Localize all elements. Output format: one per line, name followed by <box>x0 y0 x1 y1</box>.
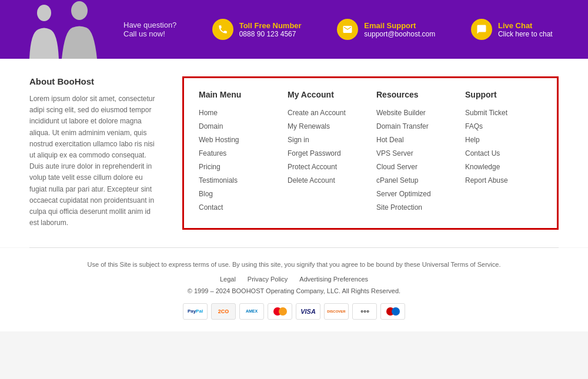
list-item[interactable]: Hot Deal <box>376 135 453 144</box>
list-item[interactable]: Help <box>465 135 542 144</box>
my-account-list: Create an Account My Renewals Sign in Fo… <box>288 108 365 185</box>
header-contacts: Toll Free Number 0888 90 123 4567 Email … <box>188 19 576 40</box>
menu-link[interactable]: Testimonials <box>199 176 238 185</box>
chat-icon <box>471 19 492 40</box>
menu-link[interactable]: Cloud Server <box>376 163 417 171</box>
support-title: Support <box>465 90 542 99</box>
menu-link[interactable]: Domain <box>199 122 223 130</box>
privacy-link[interactable]: Privacy Policy <box>248 276 288 283</box>
email-text: Email Support support@boohost.com <box>364 21 435 38</box>
main-menu-list: Home Domain Web Hosting Features Pricing… <box>199 108 276 212</box>
toll-free-text: Toll Free Number 0888 90 123 4567 <box>239 21 302 38</box>
list-item[interactable]: VPS Server <box>376 149 453 157</box>
list-item[interactable]: Contact <box>199 203 276 212</box>
svg-point-0 <box>37 5 51 21</box>
menu-link[interactable]: Help <box>465 136 480 144</box>
list-item[interactable]: Features <box>199 149 276 157</box>
menu-link[interactable]: Protect Account <box>288 163 337 171</box>
discover-icon: DISCOVER <box>324 303 349 320</box>
list-item[interactable]: Web Hosting <box>199 135 276 144</box>
menu-link[interactable]: FAQs <box>465 122 483 130</box>
email-contact: Email Support support@boohost.com <box>337 19 435 40</box>
my-account-column: My Account Create an Account My Renewals… <box>288 90 365 216</box>
list-item[interactable]: FAQs <box>465 122 542 130</box>
list-item[interactable]: Website Builder <box>376 108 453 117</box>
list-item[interactable]: Testimonials <box>199 176 276 185</box>
toll-free-number: 0888 90 123 4567 <box>239 30 302 38</box>
menu-link[interactable]: Forget Password <box>288 149 341 157</box>
list-item[interactable]: Sign in <box>288 135 365 144</box>
amex-icon: AMEX <box>239 303 264 320</box>
list-item[interactable]: Delete Account <box>288 176 365 185</box>
list-item[interactable]: Contact Us <box>465 149 542 157</box>
list-item[interactable]: Pricing <box>199 162 276 171</box>
maestro-icon <box>380 303 405 320</box>
menu-link[interactable]: Contact Us <box>465 149 500 157</box>
list-item[interactable]: Knowledge <box>465 162 542 171</box>
main-menu-column: Main Menu Home Domain Web Hosting Featur… <box>199 90 276 216</box>
advertising-link[interactable]: Advertising Preferences <box>299 276 368 283</box>
list-item[interactable]: Home <box>199 108 276 117</box>
footer: Use of this Site is subject to express t… <box>0 248 588 331</box>
menu-columns: Main Menu Home Domain Web Hosting Featur… <box>199 90 542 216</box>
phone-icon <box>212 19 233 40</box>
payment-icons: PayPal 2CO AMEX VISA DISCOVER ⊕⊕⊕ <box>29 303 559 320</box>
menu-link[interactable]: Submit Ticket <box>465 109 507 117</box>
menu-link[interactable]: Home <box>199 109 218 117</box>
about-section: About BooHost Lorem ipsum dolor sit amet… <box>29 76 159 230</box>
menu-link[interactable]: Hot Deal <box>376 136 404 144</box>
email-icon <box>337 19 358 40</box>
menu-link[interactable]: Website Builder <box>376 109 426 117</box>
have-question-text: Have question? <box>123 21 176 29</box>
menu-link[interactable]: Sign in <box>288 136 309 144</box>
menu-section: Main Menu Home Domain Web Hosting Featur… <box>182 76 559 230</box>
list-item[interactable]: Site Protection <box>376 203 453 212</box>
list-item[interactable]: Server Optimized <box>376 189 453 198</box>
interac-icon: ⊕⊕⊕ <box>352 303 377 320</box>
menu-link[interactable]: Server Optimized <box>376 190 431 198</box>
footer-terms: Use of this Site is subject to express t… <box>29 260 559 270</box>
list-item[interactable]: Blog <box>199 189 276 198</box>
live-chat-contact[interactable]: Live Chat Click here to chat <box>471 19 553 40</box>
list-item[interactable]: Cloud Server <box>376 162 453 171</box>
menu-link[interactable]: cPanel Setup <box>376 176 418 185</box>
live-chat-label: Live Chat <box>498 21 553 30</box>
list-item[interactable]: Submit Ticket <box>465 108 542 117</box>
menu-link[interactable]: Report Abuse <box>465 176 508 185</box>
menu-link[interactable]: Knowledge <box>465 163 500 171</box>
toll-free-contact: Toll Free Number 0888 90 123 4567 <box>212 19 302 40</box>
menu-link[interactable]: Domain Transfer <box>376 122 429 130</box>
support-list: Submit Ticket FAQs Help Contact Us Knowl… <box>465 108 542 185</box>
menu-link[interactable]: Features <box>199 149 226 157</box>
list-item[interactable]: Create an Account <box>288 108 365 117</box>
menu-link[interactable]: Delete Account <box>288 176 335 185</box>
menu-link[interactable]: Contact <box>199 203 223 212</box>
list-item[interactable]: cPanel Setup <box>376 176 453 185</box>
paypal-icon: PayPal <box>183 303 208 320</box>
main-content: About BooHost Lorem ipsum dolor sit amet… <box>0 59 588 247</box>
list-item[interactable]: Report Abuse <box>465 176 542 185</box>
list-item[interactable]: My Renewals <box>288 122 365 130</box>
legal-link[interactable]: Legal <box>220 276 236 283</box>
menu-link[interactable]: Site Protection <box>376 203 422 212</box>
menu-link[interactable]: Create an Account <box>288 109 346 117</box>
menu-link[interactable]: VPS Server <box>376 149 413 157</box>
list-item[interactable]: Protect Account <box>288 162 365 171</box>
menu-link[interactable]: Blog <box>199 190 213 198</box>
support-column: Support Submit Ticket FAQs Help Contact … <box>465 90 542 216</box>
live-chat-value: Click here to chat <box>498 30 553 38</box>
email-value: support@boohost.com <box>364 30 435 38</box>
twoco-icon: 2CO <box>211 303 236 320</box>
menu-link[interactable]: Web Hosting <box>199 136 239 144</box>
about-title: About BooHost <box>29 76 159 86</box>
header-banner: Have question? Call us now! Toll Free Nu… <box>0 0 588 59</box>
list-item[interactable]: Forget Password <box>288 149 365 157</box>
email-label: Email Support <box>364 21 435 30</box>
about-body: Lorem ipsum dolor sit amet, consectetur … <box>29 93 159 229</box>
list-item[interactable]: Domain <box>199 122 276 130</box>
footer-copyright: © 1999 – 2024 BOOHOST Operating Company,… <box>29 287 559 294</box>
live-chat-text: Live Chat Click here to chat <box>498 21 553 38</box>
menu-link[interactable]: Pricing <box>199 163 220 171</box>
menu-link[interactable]: My Renewals <box>288 122 330 130</box>
list-item[interactable]: Domain Transfer <box>376 122 453 130</box>
